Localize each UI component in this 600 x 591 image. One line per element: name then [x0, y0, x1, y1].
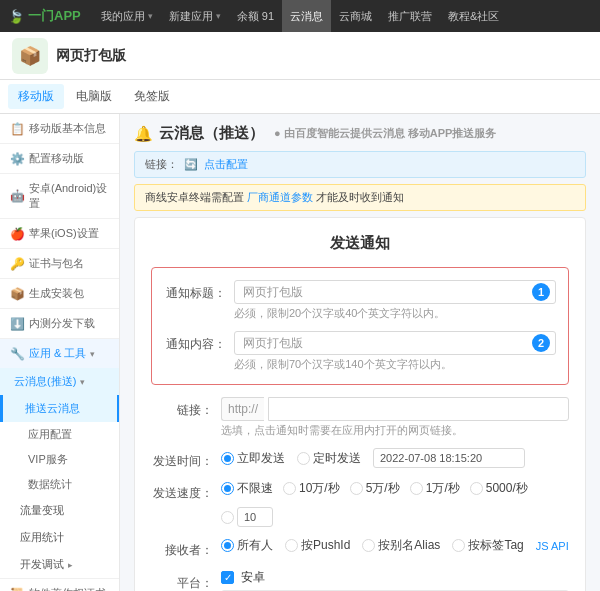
radio-all-circle [221, 539, 234, 552]
radio-alias-circle [362, 539, 375, 552]
notification-title-input[interactable] [234, 280, 556, 304]
form-title: 发送通知 [151, 234, 569, 253]
link-input[interactable] [268, 397, 569, 421]
form-card: 发送通知 通知标题： 1 必须，限制20个汉字或40个英文字符以内。 [134, 217, 586, 591]
radio-10w[interactable]: 10万/秒 [283, 480, 340, 497]
nav-balance[interactable]: 余额 91 [229, 0, 282, 32]
radio-5000[interactable]: 5000/秒 [470, 480, 528, 497]
radio-tag-circle [452, 539, 465, 552]
brand-logo[interactable]: 🍃 一门APP [8, 7, 81, 25]
radio-scheduled-circle [297, 452, 310, 465]
factory-channel-link[interactable]: 厂商通道参数 [247, 191, 313, 203]
jsapi-link[interactable]: JS API [536, 540, 569, 552]
sidebar-group-title-android[interactable]: 🤖 安卓(Android)设置 [0, 174, 119, 218]
sidebar-item-cloud-push[interactable]: 云消息(推送) ▾ [0, 368, 119, 395]
chevron-down-icon: ▾ [148, 11, 153, 21]
title-hint: 必须，限制20个汉字或40个英文字符以内。 [234, 306, 556, 321]
title-input-wrapper: 1 [234, 280, 556, 304]
form-row-receiver: 接收者： 所有人 按PushId 按别 [151, 537, 569, 559]
sidebar: 📋 移动版基本信息 ⚙️ 配置移动版 🤖 安卓(Android)设置 🍎 苹果(… [0, 114, 120, 591]
sidebar-group-download: ⬇️ 内测分发下载 [0, 309, 119, 339]
radio-all[interactable]: 所有人 [221, 537, 273, 554]
nav-new-app[interactable]: 新建应用 ▾ [161, 0, 229, 32]
custom-speed-input[interactable] [237, 507, 273, 527]
highlight-section: 通知标题： 1 必须，限制20个汉字或40个英文字符以内。 通知内容： [151, 267, 569, 385]
sidebar-item-stats[interactable]: 数据统计 [0, 472, 119, 497]
radio-5w-circle [350, 482, 363, 495]
cert-icon: 📜 [10, 587, 25, 592]
android-checkbox[interactable]: 安卓 [221, 569, 569, 586]
sidebar-item-app-config[interactable]: 应用配置 [0, 422, 119, 447]
form-row-send-time: 发送时间： 立即发送 定时发送 [151, 448, 569, 470]
send-time-group: 立即发送 定时发送 [221, 448, 569, 468]
tab-free-sign[interactable]: 免签版 [124, 84, 180, 109]
nav-my-apps[interactable]: 我的应用 ▾ [93, 0, 161, 32]
sidebar-group-title-cert[interactable]: 🔑 证书与包名 [0, 249, 119, 278]
sidebar-group-basic-info: 📋 移动版基本信息 [0, 114, 119, 144]
tab-desktop[interactable]: 电脑版 [66, 84, 122, 109]
brand-name: 一门APP [28, 7, 81, 25]
sidebar-group-tools: 🔧 应用 & 工具 ▾ 云消息(推送) ▾ 推送云消息 应用配置 VIP服务 数… [0, 339, 119, 579]
nav-cloud-mall[interactable]: 云商城 [331, 0, 380, 32]
nav-promote[interactable]: 推广联营 [380, 0, 440, 32]
form-row-link: 链接： http:// 选填，点击通知时需要在应用内打开的网页链接。 [151, 397, 569, 438]
sidebar-group-android: 🤖 安卓(Android)设置 [0, 174, 119, 219]
notice-bar: 商线安卓终端需配置 厂商通道参数 才能及时收到通知 [134, 184, 586, 211]
form-row-speed: 发送速度： 不限速 10万/秒 5万/ [151, 480, 569, 527]
receiver-group: 所有人 按PushId 按别名Alias 按标签Tag [221, 537, 569, 554]
notification-content-input[interactable] [234, 331, 556, 355]
sidebar-group-build: 📦 生成安装包 [0, 279, 119, 309]
form-row-title: 通知标题： 1 必须，限制20个汉字或40个英文字符以内。 [164, 280, 556, 321]
radio-immediate[interactable]: 立即发送 [221, 450, 285, 467]
doc-icon: 📋 [10, 122, 25, 136]
sidebar-group-ios: 🍎 苹果(iOS)设置 [0, 219, 119, 249]
nav-cloud-message[interactable]: 云消息 [282, 0, 331, 32]
radio-immediate-circle [221, 452, 234, 465]
sidebar-item-push-message[interactable]: 推送云消息 [0, 395, 119, 422]
tab-mobile[interactable]: 移动版 [8, 84, 64, 109]
radio-tag[interactable]: 按标签Tag [452, 537, 523, 554]
brand-icon: 🍃 [8, 9, 24, 24]
sidebar-item-dev-debug[interactable]: 开发调试 ▸ [0, 551, 119, 578]
config-link[interactable]: 点击配置 [204, 157, 248, 172]
radio-scheduled[interactable]: 定时发送 [297, 450, 361, 467]
info-bar: 链接： 🔄 点击配置 [134, 151, 586, 178]
radio-unlimited[interactable]: 不限速 [221, 480, 273, 497]
sidebar-item-app-stats[interactable]: 应用统计 [0, 524, 119, 551]
online-label: 链接： [145, 157, 178, 172]
download-icon: ⬇️ [10, 317, 25, 331]
content-badge: 2 [532, 334, 550, 352]
sidebar-group-copyright: 📜 软件著作权证书 [0, 579, 119, 591]
radio-5w[interactable]: 5万/秒 [350, 480, 400, 497]
content-input-wrapper: 2 [234, 331, 556, 355]
sidebar-group-title-tools[interactable]: 🔧 应用 & 工具 ▾ [0, 339, 119, 368]
form-row-platform: 平台： 安卓 振动方式： [151, 569, 569, 591]
scheduled-date-input[interactable] [373, 448, 525, 468]
chevron-right-icon: ▸ [68, 560, 73, 570]
radio-custom-speed[interactable] [221, 507, 273, 527]
sidebar-group-title-basic-info[interactable]: 📋 移动版基本信息 [0, 114, 119, 143]
refresh-btn[interactable]: 🔄 [184, 158, 198, 171]
tools-icon: 🔧 [10, 347, 25, 361]
app-icon: 📦 [12, 38, 48, 74]
sidebar-group-title-ios[interactable]: 🍎 苹果(iOS)设置 [0, 219, 119, 248]
sidebar-item-vip[interactable]: VIP服务 [0, 447, 119, 472]
radio-1w[interactable]: 1万/秒 [410, 480, 460, 497]
app-name: 网页打包版 [56, 47, 126, 65]
gear-icon: ⚙️ [10, 152, 25, 166]
secondary-nav: 移动版 电脑版 免签版 [0, 80, 600, 114]
sidebar-group-title-build[interactable]: 📦 生成安装包 [0, 279, 119, 308]
radio-10w-circle [283, 482, 296, 495]
url-prefix: http:// [221, 397, 264, 421]
sidebar-group-title-download[interactable]: ⬇️ 内测分发下载 [0, 309, 119, 338]
sidebar-item-traffic[interactable]: 流量变现 [0, 497, 119, 524]
radio-1w-circle [410, 482, 423, 495]
sidebar-group-config: ⚙️ 配置移动版 [0, 144, 119, 174]
sidebar-group-title-config[interactable]: ⚙️ 配置移动版 [0, 144, 119, 173]
form-row-content: 通知内容： 2 必须，限制70个汉字或140个英文字符以内。 [164, 331, 556, 372]
radio-pushid[interactable]: 按PushId [285, 537, 350, 554]
sidebar-group-title-copyright[interactable]: 📜 软件著作权证书 [0, 579, 119, 591]
android-check-icon [221, 571, 234, 584]
radio-alias[interactable]: 按别名Alias [362, 537, 440, 554]
nav-community[interactable]: 教程&社区 [440, 0, 507, 32]
